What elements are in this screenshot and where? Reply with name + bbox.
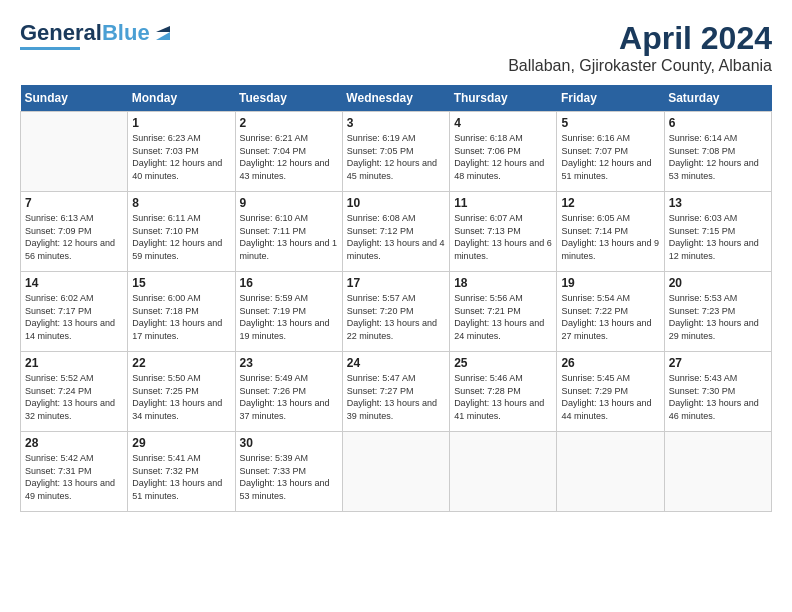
daylight-text: Daylight: 12 hours and 59 minutes. <box>132 237 230 262</box>
sunrise-text: Sunrise: 6:16 AM <box>561 132 659 145</box>
day-number: 20 <box>669 276 767 290</box>
sunrise-text: Sunrise: 6:23 AM <box>132 132 230 145</box>
sunset-text: Sunset: 7:05 PM <box>347 145 445 158</box>
daylight-text: Daylight: 13 hours and 37 minutes. <box>240 397 338 422</box>
calendar-table: Sunday Monday Tuesday Wednesday Thursday… <box>20 85 772 512</box>
table-row <box>342 432 449 512</box>
table-row: 17Sunrise: 5:57 AMSunset: 7:20 PMDayligh… <box>342 272 449 352</box>
day-number: 18 <box>454 276 552 290</box>
cell-content: Sunrise: 5:39 AMSunset: 7:33 PMDaylight:… <box>240 452 338 502</box>
day-number: 2 <box>240 116 338 130</box>
table-row: 5Sunrise: 6:16 AMSunset: 7:07 PMDaylight… <box>557 112 664 192</box>
table-row <box>664 432 771 512</box>
sunset-text: Sunset: 7:11 PM <box>240 225 338 238</box>
daylight-text: Daylight: 13 hours and 22 minutes. <box>347 317 445 342</box>
sunrise-text: Sunrise: 6:00 AM <box>132 292 230 305</box>
cell-content: Sunrise: 6:08 AMSunset: 7:12 PMDaylight:… <box>347 212 445 262</box>
table-row: 3Sunrise: 6:19 AMSunset: 7:05 PMDaylight… <box>342 112 449 192</box>
table-row: 30Sunrise: 5:39 AMSunset: 7:33 PMDayligh… <box>235 432 342 512</box>
sunset-text: Sunset: 7:10 PM <box>132 225 230 238</box>
location: Ballaban, Gjirokaster County, Albania <box>508 57 772 75</box>
logo-icon <box>152 22 174 44</box>
sunset-text: Sunset: 7:33 PM <box>240 465 338 478</box>
daylight-text: Daylight: 12 hours and 45 minutes. <box>347 157 445 182</box>
sunrise-text: Sunrise: 6:11 AM <box>132 212 230 225</box>
calendar-week-row: 7Sunrise: 6:13 AMSunset: 7:09 PMDaylight… <box>21 192 772 272</box>
table-row: 22Sunrise: 5:50 AMSunset: 7:25 PMDayligh… <box>128 352 235 432</box>
day-number: 21 <box>25 356 123 370</box>
sunrise-text: Sunrise: 6:13 AM <box>25 212 123 225</box>
day-number: 16 <box>240 276 338 290</box>
table-row: 15Sunrise: 6:00 AMSunset: 7:18 PMDayligh… <box>128 272 235 352</box>
cell-content: Sunrise: 6:05 AMSunset: 7:14 PMDaylight:… <box>561 212 659 262</box>
day-number: 15 <box>132 276 230 290</box>
sunrise-text: Sunrise: 6:07 AM <box>454 212 552 225</box>
daylight-text: Daylight: 13 hours and 49 minutes. <box>25 477 123 502</box>
sunset-text: Sunset: 7:12 PM <box>347 225 445 238</box>
day-number: 14 <box>25 276 123 290</box>
sunset-text: Sunset: 7:22 PM <box>561 305 659 318</box>
cell-content: Sunrise: 6:11 AMSunset: 7:10 PMDaylight:… <box>132 212 230 262</box>
daylight-text: Daylight: 13 hours and 24 minutes. <box>454 317 552 342</box>
daylight-text: Daylight: 13 hours and 14 minutes. <box>25 317 123 342</box>
sunset-text: Sunset: 7:26 PM <box>240 385 338 398</box>
cell-content: Sunrise: 5:52 AMSunset: 7:24 PMDaylight:… <box>25 372 123 422</box>
table-row: 18Sunrise: 5:56 AMSunset: 7:21 PMDayligh… <box>450 272 557 352</box>
col-tuesday: Tuesday <box>235 85 342 112</box>
cell-content: Sunrise: 6:07 AMSunset: 7:13 PMDaylight:… <box>454 212 552 262</box>
table-row: 27Sunrise: 5:43 AMSunset: 7:30 PMDayligh… <box>664 352 771 432</box>
table-row: 12Sunrise: 6:05 AMSunset: 7:14 PMDayligh… <box>557 192 664 272</box>
daylight-text: Daylight: 13 hours and 27 minutes. <box>561 317 659 342</box>
sunset-text: Sunset: 7:29 PM <box>561 385 659 398</box>
calendar-week-row: 14Sunrise: 6:02 AMSunset: 7:17 PMDayligh… <box>21 272 772 352</box>
col-friday: Friday <box>557 85 664 112</box>
page-header: General Blue April 2024 Ballaban, Gjirok… <box>20 20 772 75</box>
daylight-text: Daylight: 13 hours and 17 minutes. <box>132 317 230 342</box>
sunrise-text: Sunrise: 5:43 AM <box>669 372 767 385</box>
table-row: 2Sunrise: 6:21 AMSunset: 7:04 PMDaylight… <box>235 112 342 192</box>
sunrise-text: Sunrise: 5:53 AM <box>669 292 767 305</box>
table-row: 20Sunrise: 5:53 AMSunset: 7:23 PMDayligh… <box>664 272 771 352</box>
day-number: 10 <box>347 196 445 210</box>
sunrise-text: Sunrise: 6:14 AM <box>669 132 767 145</box>
svg-marker-1 <box>156 26 170 32</box>
sunset-text: Sunset: 7:23 PM <box>669 305 767 318</box>
cell-content: Sunrise: 5:50 AMSunset: 7:25 PMDaylight:… <box>132 372 230 422</box>
cell-content: Sunrise: 6:21 AMSunset: 7:04 PMDaylight:… <box>240 132 338 182</box>
cell-content: Sunrise: 5:46 AMSunset: 7:28 PMDaylight:… <box>454 372 552 422</box>
daylight-text: Daylight: 13 hours and 34 minutes. <box>132 397 230 422</box>
cell-content: Sunrise: 5:41 AMSunset: 7:32 PMDaylight:… <box>132 452 230 502</box>
daylight-text: Daylight: 12 hours and 48 minutes. <box>454 157 552 182</box>
col-wednesday: Wednesday <box>342 85 449 112</box>
sunset-text: Sunset: 7:03 PM <box>132 145 230 158</box>
sunset-text: Sunset: 7:18 PM <box>132 305 230 318</box>
sunrise-text: Sunrise: 5:41 AM <box>132 452 230 465</box>
sunrise-text: Sunrise: 5:46 AM <box>454 372 552 385</box>
daylight-text: Daylight: 12 hours and 53 minutes. <box>669 157 767 182</box>
table-row: 10Sunrise: 6:08 AMSunset: 7:12 PMDayligh… <box>342 192 449 272</box>
sunrise-text: Sunrise: 6:03 AM <box>669 212 767 225</box>
table-row: 1Sunrise: 6:23 AMSunset: 7:03 PMDaylight… <box>128 112 235 192</box>
col-thursday: Thursday <box>450 85 557 112</box>
table-row: 11Sunrise: 6:07 AMSunset: 7:13 PMDayligh… <box>450 192 557 272</box>
sunset-text: Sunset: 7:27 PM <box>347 385 445 398</box>
daylight-text: Daylight: 13 hours and 29 minutes. <box>669 317 767 342</box>
sunset-text: Sunset: 7:24 PM <box>25 385 123 398</box>
day-number: 12 <box>561 196 659 210</box>
col-saturday: Saturday <box>664 85 771 112</box>
cell-content: Sunrise: 6:19 AMSunset: 7:05 PMDaylight:… <box>347 132 445 182</box>
day-number: 5 <box>561 116 659 130</box>
calendar-week-row: 1Sunrise: 6:23 AMSunset: 7:03 PMDaylight… <box>21 112 772 192</box>
table-row: 29Sunrise: 5:41 AMSunset: 7:32 PMDayligh… <box>128 432 235 512</box>
sunset-text: Sunset: 7:07 PM <box>561 145 659 158</box>
sunset-text: Sunset: 7:09 PM <box>25 225 123 238</box>
table-row: 16Sunrise: 5:59 AMSunset: 7:19 PMDayligh… <box>235 272 342 352</box>
daylight-text: Daylight: 13 hours and 6 minutes. <box>454 237 552 262</box>
calendar-week-row: 28Sunrise: 5:42 AMSunset: 7:31 PMDayligh… <box>21 432 772 512</box>
logo-general: General <box>20 20 102 46</box>
logo-underline <box>20 47 80 50</box>
cell-content: Sunrise: 6:03 AMSunset: 7:15 PMDaylight:… <box>669 212 767 262</box>
cell-content: Sunrise: 5:56 AMSunset: 7:21 PMDaylight:… <box>454 292 552 342</box>
day-number: 26 <box>561 356 659 370</box>
sunset-text: Sunset: 7:21 PM <box>454 305 552 318</box>
